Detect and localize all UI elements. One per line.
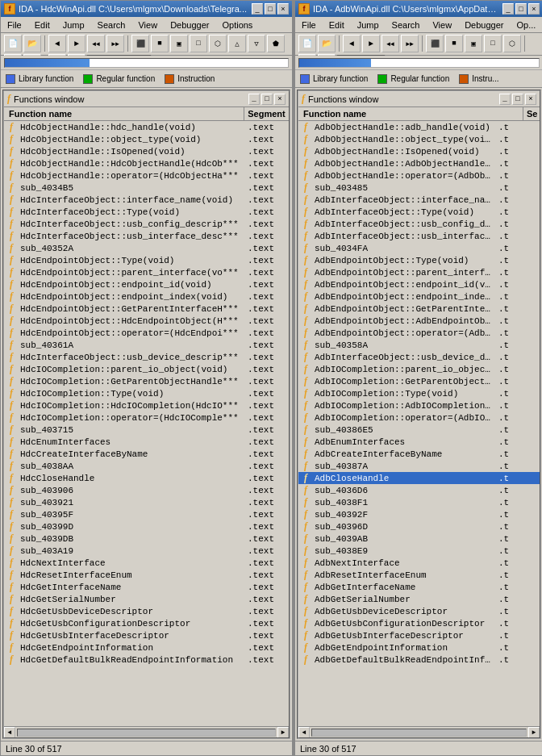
table-row[interactable]: fHdcEndpointObject::HdcEndpointObject(H*… xyxy=(4,315,289,327)
table-row[interactable]: fHdcInterfaceObject::usb_interface_desc*… xyxy=(4,230,289,242)
table-row[interactable]: fHdcGetUsbDeviceDescriptor.text xyxy=(4,605,289,617)
left-tb-back2[interactable]: ►► xyxy=(106,35,124,52)
right-fn-table-body[interactable]: fAdbObjectHandle::adb_handle(void).tfAdb… xyxy=(298,121,540,726)
table-row[interactable]: fHdcObjectHandle::IsOpened(void).text xyxy=(4,145,289,157)
right-fn-maximize[interactable]: □ xyxy=(512,94,523,105)
table-row[interactable]: fHdcInterfaceObject::usb_config_descrip*… xyxy=(4,218,289,230)
left-tb-b5[interactable]: ⬡ xyxy=(209,35,227,52)
right-tb-b2[interactable]: ►► xyxy=(401,35,419,52)
table-row[interactable]: fAdbEnumInterfaces.t xyxy=(298,436,540,448)
table-row[interactable]: fHdcGetUsbInterfaceDescriptor.text xyxy=(4,629,289,641)
table-row[interactable]: fsub_40361A.text xyxy=(4,339,289,351)
left-col-function-name[interactable]: Function name xyxy=(4,107,244,120)
table-row[interactable]: fAdbIOCompletion::parent_io_object(void)… xyxy=(298,363,540,375)
right-tb-open[interactable]: 📂 xyxy=(318,35,336,52)
table-row[interactable]: fAdbInterfaceObject::interface_name(void… xyxy=(298,194,540,206)
right-tb-b4[interactable]: ■ xyxy=(445,35,463,52)
table-row[interactable]: fsub_40396D.t xyxy=(298,520,540,533)
table-row[interactable]: fHdcIOCompletion::parent_io_object(void)… xyxy=(4,363,289,375)
left-tb-b3[interactable]: ▣ xyxy=(170,35,188,52)
left-menu-debugger[interactable]: Debugger xyxy=(167,19,212,31)
left-menu-options[interactable]: Options xyxy=(219,19,256,31)
table-row[interactable]: fHdcNextInterface.text xyxy=(4,557,289,569)
right-col-segment[interactable]: Se xyxy=(523,107,540,120)
table-row[interactable]: fAdbInterfaceObject::Type(void).t xyxy=(298,206,540,218)
table-row[interactable]: fHdcResetInterfaceEnum.text xyxy=(4,569,289,581)
table-row[interactable]: fsub_4039AB.t xyxy=(298,533,540,545)
table-row[interactable]: fAdbNextInterface.t xyxy=(298,557,540,569)
table-row[interactable]: fAdbIOCompletion::AdbIOCompletion(AdbIO*… xyxy=(298,399,540,411)
table-row[interactable]: fHdcGetEndpointInformation.text xyxy=(4,641,289,654)
left-hscroll-left[interactable]: ◄ xyxy=(4,727,15,738)
left-tb-b4[interactable]: □ xyxy=(190,35,207,52)
table-row[interactable]: fAdbGetUsbInterfaceDescriptor.t xyxy=(298,629,540,641)
right-fn-minimize[interactable]: _ xyxy=(499,94,511,105)
table-row[interactable]: fAdbResetInterfaceEnum.t xyxy=(298,569,540,581)
right-tb-b1[interactable]: ◄◄ xyxy=(381,35,399,52)
table-row[interactable]: fAdbIOCompletion::GetParentObjectHandle*… xyxy=(298,375,540,387)
table-row[interactable]: fAdbObjectHandle::adb_handle(void).t xyxy=(298,121,540,133)
left-tb-back[interactable]: ◄ xyxy=(48,35,66,52)
left-menu-file[interactable]: File xyxy=(4,19,25,31)
right-fn-close[interactable]: × xyxy=(525,94,536,105)
table-row[interactable]: fAdbObjectHandle::AdbObjectHandle(AdbOb*… xyxy=(298,157,540,169)
right-tb-back[interactable]: ◄ xyxy=(343,35,361,52)
table-row[interactable]: fHdcGetSerialNumber.text xyxy=(4,593,289,605)
table-row[interactable]: fAdbEndpointObject::Type(void).t xyxy=(298,254,540,266)
table-row[interactable]: fAdbEndpointObject::endpoint_id(void).t xyxy=(298,278,540,290)
right-tb-fwd[interactable]: ► xyxy=(362,35,380,52)
left-tb-new[interactable]: 📄 xyxy=(4,35,22,52)
left-tb-b6[interactable]: △ xyxy=(228,35,246,52)
table-row[interactable]: fsub_40387A.t xyxy=(298,460,540,472)
left-col-segment[interactable]: Segment xyxy=(244,107,289,120)
left-hscroll-track[interactable] xyxy=(17,729,276,737)
table-row[interactable]: fAdbEndpointObject::parent_interface(vo*… xyxy=(298,266,540,278)
table-row[interactable]: fsub_40395F.text xyxy=(4,508,289,520)
right-tb-b3[interactable]: ⬛ xyxy=(426,35,444,52)
left-hscroll-right[interactable]: ► xyxy=(277,727,289,738)
table-row[interactable]: fAdbEndpointObject::operator=(AdbEndpoi*… xyxy=(298,327,540,339)
table-row[interactable]: fHdcObjectHandle::operator=(HdcObjectHa*… xyxy=(4,169,289,182)
right-menu-file[interactable]: File xyxy=(298,19,319,31)
left-menu-jump[interactable]: Jump xyxy=(60,19,88,31)
table-row[interactable]: fHdcGetUsbConfigurationDescriptor.text xyxy=(4,617,289,629)
left-menu-edit[interactable]: Edit xyxy=(31,19,53,31)
left-tb-open[interactable]: 📂 xyxy=(23,35,41,52)
table-row[interactable]: fHdcEndpointObject::endpoint_index(void)… xyxy=(4,290,289,303)
table-row[interactable]: fHdcIOCompletion::operator=(HdcIOComple*… xyxy=(4,411,289,424)
table-row[interactable]: fAdbEndpointObject::GetParentInterfaceH*… xyxy=(298,303,540,315)
left-fn-maximize[interactable]: □ xyxy=(261,94,273,105)
right-menu-jump[interactable]: Jump xyxy=(354,19,382,31)
table-row[interactable]: fsub_4034B5.text xyxy=(4,182,289,194)
table-row[interactable]: fAdbGetInterfaceName.t xyxy=(298,581,540,593)
table-row[interactable]: fsub_40358A.t xyxy=(298,339,540,351)
left-tb-b2[interactable]: ■ xyxy=(151,35,169,52)
table-row[interactable]: fsub_40352A.text xyxy=(4,242,289,254)
right-menu-op[interactable]: Op... xyxy=(513,19,539,31)
table-row[interactable]: fHdcIOCompletion::HdcIOCompletion(HdcIO*… xyxy=(4,399,289,411)
table-row[interactable]: fsub_403921.text xyxy=(4,496,289,508)
table-row[interactable]: fsub_4038F1.t xyxy=(298,496,540,508)
table-row[interactable]: fsub_4038E9.t xyxy=(298,545,540,557)
right-hscroll-track[interactable] xyxy=(311,729,527,737)
table-row[interactable]: fHdcCreateInterfaceByName.text xyxy=(4,448,289,460)
left-close-btn[interactable]: × xyxy=(277,3,289,15)
table-row[interactable]: fAdbInterfaceObject::usb_config_descrip*… xyxy=(298,218,540,230)
left-tb-b1[interactable]: ⬛ xyxy=(131,35,149,52)
table-row[interactable]: fAdbEndpointObject::AdbEndpointObject(A*… xyxy=(298,315,540,327)
right-tb-b7[interactable]: ⬡ xyxy=(503,35,521,52)
table-row[interactable]: fAdbGetUsbDeviceDescriptor.t xyxy=(298,605,540,617)
table-row[interactable]: fHdcInterfaceObject::Type(void).text xyxy=(4,206,289,218)
table-row[interactable]: fAdbIOCompletion::operator=(AdbIOComple*… xyxy=(298,411,540,424)
table-row[interactable]: fsub_40386E5.t xyxy=(298,424,540,436)
right-tb-b5[interactable]: ▣ xyxy=(465,35,482,52)
table-row[interactable]: fAdbGetEndpointInformation.t xyxy=(298,641,540,654)
right-menu-search[interactable]: Search xyxy=(389,19,423,31)
right-hscroll-right[interactable]: ► xyxy=(528,727,540,738)
table-row[interactable]: fsub_403715.text xyxy=(4,424,289,436)
left-maximize-btn[interactable]: □ xyxy=(265,3,276,15)
table-row[interactable]: fsub_4036D6.t xyxy=(298,484,540,496)
left-tb-fwd[interactable]: ► xyxy=(68,35,85,52)
right-close-btn[interactable]: × xyxy=(528,3,540,15)
table-row[interactable]: fAdbInterfaceObject::usb_device_descrip*… xyxy=(298,351,540,363)
